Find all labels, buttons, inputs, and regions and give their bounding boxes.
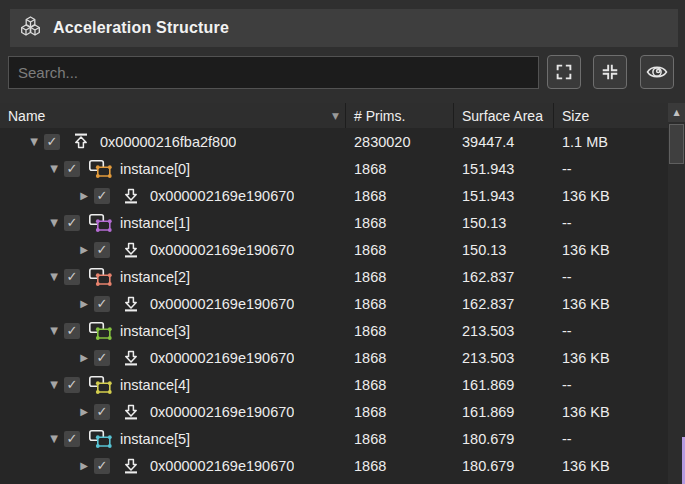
prims-value: 1868 bbox=[346, 404, 454, 420]
tree-indent bbox=[0, 141, 26, 142]
size-value: 136 KB bbox=[554, 350, 668, 366]
row-visibility-checkbox[interactable]: ✓ bbox=[94, 188, 110, 204]
checkmark-icon: ✓ bbox=[67, 378, 78, 391]
name-cell: ▼✓instance[0] bbox=[0, 159, 346, 179]
panel-title: Acceleration Structure bbox=[53, 19, 229, 37]
row-visibility-checkbox[interactable]: ✓ bbox=[64, 269, 80, 285]
row-visibility-checkbox[interactable]: ✓ bbox=[64, 323, 80, 339]
collapse-all-button[interactable] bbox=[593, 55, 627, 89]
search-input[interactable] bbox=[8, 56, 539, 89]
expand-all-button[interactable] bbox=[547, 55, 581, 89]
tree-indent bbox=[0, 195, 76, 196]
name-cell: ▶✓0x000002169e190670 bbox=[0, 240, 346, 259]
instance-node-icon bbox=[88, 429, 114, 449]
table-row[interactable]: ▶✓0x000002169e1906701868151.943136 KB bbox=[0, 182, 668, 209]
size-value: 136 KB bbox=[554, 404, 668, 420]
size-value: -- bbox=[554, 323, 668, 339]
table-row[interactable]: ▼✓0x00000216fba2f800283002039447.41.1 MB bbox=[0, 128, 668, 155]
blas-node-icon bbox=[118, 294, 144, 313]
tree-indent bbox=[0, 276, 46, 277]
expand-row-icon[interactable]: ▶ bbox=[76, 190, 92, 201]
row-label: instance[1] bbox=[120, 215, 190, 231]
prims-value: 1868 bbox=[346, 296, 454, 312]
table-row[interactable]: ▼✓instance[0]1868151.943-- bbox=[0, 155, 668, 182]
prims-value: 1868 bbox=[346, 431, 454, 447]
row-visibility-checkbox[interactable]: ✓ bbox=[64, 431, 80, 447]
row-visibility-checkbox[interactable]: ✓ bbox=[64, 161, 80, 177]
surface-value: 180.679 bbox=[454, 431, 554, 447]
table-row[interactable]: ▼✓instance[1]1868150.13-- bbox=[0, 209, 668, 236]
table-row[interactable]: ▼✓instance[3]1868213.503-- bbox=[0, 317, 668, 344]
checkmark-icon: ✓ bbox=[47, 135, 58, 148]
collapse-row-icon[interactable]: ▼ bbox=[46, 433, 62, 444]
tree-indent bbox=[0, 357, 76, 358]
scrollbar-thumb[interactable] bbox=[669, 124, 684, 164]
surface-value: 151.943 bbox=[454, 188, 554, 204]
prims-value: 1868 bbox=[346, 323, 454, 339]
surface-value: 161.869 bbox=[454, 377, 554, 393]
scroll-up-button[interactable]: ▲ bbox=[668, 103, 685, 122]
row-visibility-checkbox[interactable]: ✓ bbox=[94, 458, 110, 474]
instance-node-icon bbox=[88, 321, 114, 341]
row-visibility-checkbox[interactable]: ✓ bbox=[64, 215, 80, 231]
size-value: 136 KB bbox=[554, 458, 668, 474]
table-row[interactable]: ▼✓instance[4]1868161.869-- bbox=[0, 371, 668, 398]
row-visibility-checkbox[interactable]: ✓ bbox=[64, 377, 80, 393]
row-visibility-checkbox[interactable]: ✓ bbox=[94, 242, 110, 258]
table-row[interactable]: ▼✓instance[2]1868162.837-- bbox=[0, 263, 668, 290]
vertical-scrollbar[interactable]: ▲ bbox=[668, 103, 685, 484]
expand-row-icon[interactable]: ▶ bbox=[76, 244, 92, 255]
column-label: Name bbox=[8, 108, 45, 124]
surface-value: 180.679 bbox=[454, 458, 554, 474]
column-header-size[interactable]: Size bbox=[554, 103, 668, 128]
prims-value: 1868 bbox=[346, 377, 454, 393]
expand-row-icon[interactable]: ▶ bbox=[76, 352, 92, 363]
surface-value: 150.13 bbox=[454, 215, 554, 231]
row-visibility-checkbox[interactable]: ✓ bbox=[44, 134, 60, 150]
table-row[interactable] bbox=[0, 479, 668, 484]
size-value: 136 KB bbox=[554, 296, 668, 312]
checkmark-icon: ✓ bbox=[97, 405, 108, 418]
collapse-row-icon[interactable]: ▼ bbox=[46, 271, 62, 282]
collapse-row-icon[interactable]: ▼ bbox=[26, 136, 42, 147]
name-cell: ▶✓0x000002169e190670 bbox=[0, 456, 346, 475]
expand-row-icon[interactable]: ▶ bbox=[76, 460, 92, 471]
table-row[interactable]: ▶✓0x000002169e1906701868180.679136 KB bbox=[0, 452, 668, 479]
column-header-name[interactable]: Name ▼ bbox=[0, 103, 346, 128]
collapse-row-icon[interactable]: ▼ bbox=[46, 217, 62, 228]
row-visibility-checkbox[interactable]: ✓ bbox=[94, 404, 110, 420]
tree-indent bbox=[0, 249, 76, 250]
prims-value: 2830020 bbox=[346, 134, 454, 150]
table-row[interactable]: ▶✓0x000002169e1906701868161.869136 KB bbox=[0, 398, 668, 425]
collapse-row-icon[interactable]: ▼ bbox=[46, 325, 62, 336]
table-row[interactable]: ▶✓0x000002169e1906701868213.503136 KB bbox=[0, 344, 668, 371]
table-row[interactable]: ▶✓0x000002169e1906701868150.13136 KB bbox=[0, 236, 668, 263]
column-header-prims[interactable]: # Prims. bbox=[346, 103, 454, 128]
tree-indent bbox=[0, 330, 46, 331]
row-label: instance[0] bbox=[120, 161, 190, 177]
name-cell: ▶✓0x000002169e190670 bbox=[0, 348, 346, 367]
surface-value: 161.869 bbox=[454, 404, 554, 420]
row-visibility-checkbox[interactable]: ✓ bbox=[94, 350, 110, 366]
tree-indent bbox=[0, 222, 46, 223]
size-value: 136 KB bbox=[554, 188, 668, 204]
row-label: instance[4] bbox=[120, 377, 190, 393]
surface-value: 162.837 bbox=[454, 296, 554, 312]
expand-row-icon[interactable]: ▶ bbox=[76, 298, 92, 309]
name-cell: ▼✓instance[1] bbox=[0, 213, 346, 233]
visibility-button[interactable] bbox=[640, 55, 674, 89]
table-header: Name ▼ # Prims. Surface Area Size bbox=[0, 103, 668, 128]
table-row[interactable]: ▶✓0x000002169e1906701868162.837136 KB bbox=[0, 290, 668, 317]
column-header-surface-area[interactable]: Surface Area bbox=[454, 103, 554, 128]
table-row[interactable]: ▼✓instance[5]1868180.679-- bbox=[0, 425, 668, 452]
row-label: instance[5] bbox=[120, 431, 190, 447]
name-cell: ▶✓0x000002169e190670 bbox=[0, 294, 346, 313]
row-label: 0x000002169e190670 bbox=[150, 188, 294, 204]
collapse-row-icon[interactable]: ▼ bbox=[46, 379, 62, 390]
prims-value: 1868 bbox=[346, 215, 454, 231]
acceleration-structure-icon bbox=[19, 16, 42, 41]
expand-row-icon[interactable]: ▶ bbox=[76, 406, 92, 417]
prims-value: 1868 bbox=[346, 350, 454, 366]
collapse-row-icon[interactable]: ▼ bbox=[46, 163, 62, 174]
row-visibility-checkbox[interactable]: ✓ bbox=[94, 296, 110, 312]
